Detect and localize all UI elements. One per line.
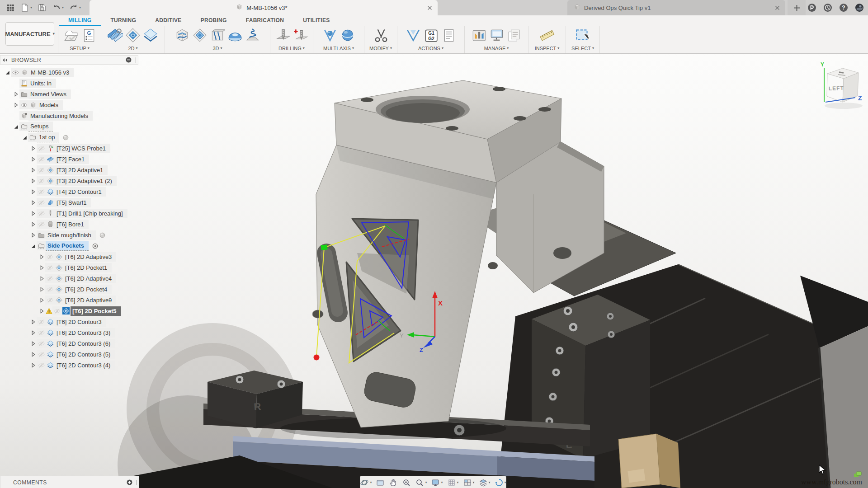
file-new-icon[interactable]: ▾: [19, 2, 33, 13]
ribbon-tab-additive[interactable]: ADDITIVE: [146, 15, 191, 26]
tree-row[interactable]: Units: in: [0, 78, 138, 89]
collapse-panel-icon[interactable]: [2, 58, 8, 62]
ribbon-tab-turning[interactable]: TURNING: [101, 15, 146, 26]
tree-expand-arrow[interactable]: [12, 123, 19, 130]
ribbon-tab-milling[interactable]: MILLING: [59, 15, 101, 26]
tree-expand-arrow[interactable]: [12, 90, 19, 98]
nc-program-icon[interactable]: G: [80, 27, 97, 43]
flow-icon[interactable]: [322, 27, 338, 43]
measure-icon[interactable]: [539, 27, 555, 43]
tree-row[interactable]: [T6] 2D Adaptive3: [0, 251, 138, 262]
close-icon[interactable]: [426, 4, 433, 11]
eye-off-icon[interactable]: [46, 253, 53, 260]
tree-expand-arrow[interactable]: [29, 242, 37, 249]
pocket-clearing-icon[interactable]: [192, 27, 208, 43]
eye-off-icon[interactable]: [53, 307, 61, 314]
ribbon-tab-probing[interactable]: PROBING: [191, 15, 236, 26]
undo-icon[interactable]: ▾: [51, 2, 65, 13]
layers-icon[interactable]: ▾: [477, 477, 492, 488]
tree-expand-arrow[interactable]: [38, 286, 45, 293]
select-icon[interactable]: [575, 27, 591, 43]
templates-icon[interactable]: [506, 27, 522, 43]
job-status-icon[interactable]: [806, 2, 818, 13]
workspace-switcher[interactable]: MANUFACTURE ▾: [5, 22, 54, 46]
orbit-icon[interactable]: ▾: [358, 477, 373, 488]
tree-expand-arrow[interactable]: [29, 340, 37, 347]
machine-library-icon[interactable]: [488, 27, 505, 43]
tree-expand-arrow[interactable]: [29, 318, 37, 325]
tree-expand-arrow[interactable]: [29, 155, 37, 163]
panel-grip[interactable]: [135, 480, 137, 485]
tree-row[interactable]: Named Views: [0, 89, 138, 99]
2d-adaptive-icon[interactable]: [125, 27, 141, 43]
tree-row[interactable]: [T6] 2D Contour3 (4): [0, 360, 138, 371]
drill-multi-icon[interactable]: [292, 27, 309, 43]
document-tab-active[interactable]: M-MB-1056 v3*: [90, 0, 438, 15]
eye-off-icon[interactable]: [38, 155, 45, 163]
generate-toolpath-icon[interactable]: [405, 27, 421, 43]
ribbon-tab-utilities[interactable]: UTILITIES: [293, 15, 339, 26]
eye-off-icon[interactable]: [38, 221, 45, 228]
tree-row[interactable]: [T6] 2D Adaptive4: [0, 273, 138, 284]
tree-expand-arrow[interactable]: [38, 264, 45, 271]
sphere-badge-icon[interactable]: [62, 134, 69, 141]
tree-row[interactable]: Side Pockets: [0, 240, 138, 251]
eye-off-icon[interactable]: [46, 296, 53, 304]
tree-row[interactable]: [T2] Face1: [0, 154, 138, 164]
tree-expand-arrow[interactable]: [29, 231, 37, 239]
tree-row[interactable]: [T3] 2D Adaptive1 (2): [0, 175, 138, 186]
trim-icon[interactable]: [373, 27, 389, 43]
target-badge-icon[interactable]: [92, 243, 99, 249]
eye-off-icon[interactable]: [38, 351, 45, 358]
eye-off-icon[interactable]: [38, 177, 45, 184]
tree-expand-arrow[interactable]: [38, 307, 45, 314]
redo-icon[interactable]: ▾: [68, 2, 82, 13]
tree-expand-arrow[interactable]: [12, 101, 19, 108]
tree-row[interactable]: [T6] 2D Pocket1: [0, 262, 138, 273]
eye-off-icon[interactable]: [38, 199, 45, 206]
tree-row[interactable]: Setups: [0, 121, 138, 132]
tree-expand-arrow[interactable]: [29, 177, 37, 184]
browser-header[interactable]: BROWSER: [0, 55, 138, 65]
setup-sheet-icon[interactable]: [440, 27, 457, 43]
document-tab-inactive[interactable]: Derived Ops Quick Tip v1: [567, 0, 785, 15]
eye-off-icon[interactable]: [38, 318, 45, 325]
panel-grip[interactable]: [134, 57, 136, 63]
ribbon-group-label[interactable]: ACTIONS▾: [418, 44, 443, 53]
tree-expand-arrow[interactable]: [29, 199, 37, 206]
scallop-icon[interactable]: [227, 27, 243, 43]
tree-row[interactable]: [T3] 2D Adaptive1: [0, 164, 138, 175]
zoom-icon[interactable]: [400, 477, 413, 488]
tree-row[interactable]: [T1] Drill1 [Chip breaking]: [0, 208, 138, 219]
ribbon-group-label[interactable]: 3D▾: [212, 44, 222, 53]
tree-row[interactable]: [T4] 2D Contour1: [0, 186, 138, 197]
collapse-all-icon[interactable]: [126, 57, 132, 63]
tree-expand-arrow[interactable]: [29, 210, 37, 217]
tree-row[interactable]: [T6] 2D Adaptive9: [0, 295, 138, 305]
steep-and-shallow-icon[interactable]: [209, 27, 226, 43]
new-tab-button[interactable]: [788, 0, 806, 15]
ribbon-group-label[interactable]: DRILLING▾: [278, 44, 305, 53]
eye-off-icon[interactable]: [38, 361, 45, 369]
turntable-icon[interactable]: ▾: [493, 477, 508, 488]
post-process-icon[interactable]: G1G2: [423, 27, 439, 43]
ribbon-group-label[interactable]: MULTI-AXIS▾: [323, 44, 354, 53]
tree-expand-arrow[interactable]: [21, 134, 28, 141]
tree-expand-arrow[interactable]: [29, 188, 37, 195]
eye-off-icon[interactable]: [38, 188, 45, 195]
look-at-icon[interactable]: [374, 477, 387, 488]
tree-row[interactable]: [T6] Bore1: [0, 219, 138, 230]
tree-row[interactable]: [T6] 2D Contour3: [0, 316, 138, 327]
ribbon-group-label[interactable]: SETUP▾: [70, 44, 90, 53]
tree-expand-arrow[interactable]: [38, 253, 45, 260]
comments-bar[interactable]: COMMENTS: [0, 476, 139, 488]
tool-library-icon[interactable]: [471, 27, 487, 43]
tree-expand-arrow[interactable]: [29, 351, 37, 358]
tree-expand-arrow[interactable]: [4, 69, 11, 76]
tree-expand-arrow[interactable]: [38, 296, 45, 304]
activity-clock-icon[interactable]: [822, 2, 834, 13]
tree-expand-arrow[interactable]: [29, 145, 37, 152]
tree-row[interactable]: [T6] 2D Pocket5: [0, 305, 138, 316]
user-avatar-icon[interactable]: [854, 2, 865, 13]
eye-off-icon[interactable]: [38, 166, 45, 174]
